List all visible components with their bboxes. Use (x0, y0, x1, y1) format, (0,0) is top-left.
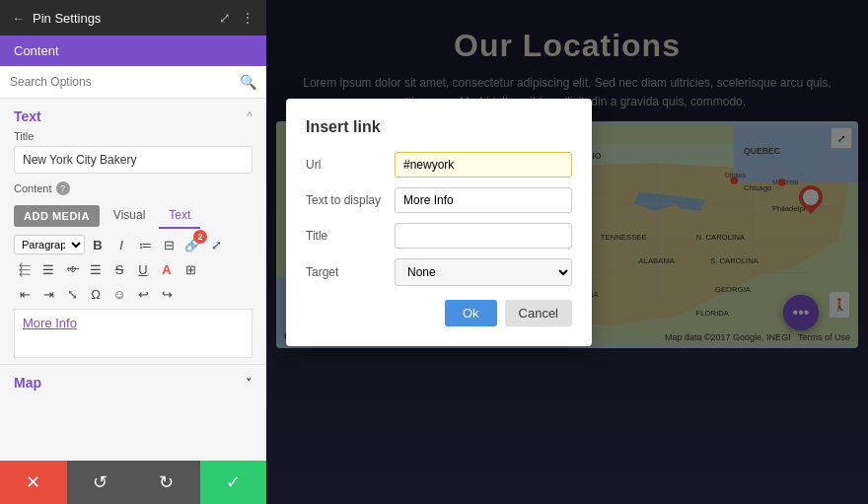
undo-button[interactable]: ↩ (132, 283, 154, 305)
url-label: Url (306, 158, 395, 172)
text-section-header: Text ^ (0, 99, 266, 130)
confirm-button[interactable]: ✓ (200, 461, 267, 504)
menu-icon[interactable]: ⋮ (241, 10, 254, 26)
title-field-label: Title (306, 229, 395, 243)
fullscreen-button[interactable]: ⤡ (61, 283, 83, 305)
redo-button[interactable]: ↪ (156, 283, 178, 305)
color-button[interactable]: A (156, 258, 178, 280)
modal-title: Insert link (306, 118, 572, 136)
modal-cancel-button[interactable]: Cancel (505, 300, 572, 326)
title-field-group: Title (0, 130, 266, 181)
text-display-label: Text to display (306, 193, 395, 207)
text-section-chevron[interactable]: ^ (247, 109, 253, 123)
editor-toolbar: ADD MEDIA Visual Text Paragraph B I ≔ ⊟ … (0, 199, 266, 309)
expand-button[interactable]: ⤢ (205, 234, 227, 255)
modal-actions: Ok Cancel (306, 300, 572, 326)
header-icons: ⤢ ⋮ (219, 10, 254, 26)
search-icon: 🔍 (240, 74, 256, 90)
title-label: Title (14, 130, 253, 142)
special-char-button[interactable]: Ω (85, 283, 107, 305)
italic-button[interactable]: I (110, 234, 132, 255)
add-media-button[interactable]: ADD MEDIA (14, 205, 100, 227)
toolbar-row1: ADD MEDIA Visual Text (14, 203, 253, 229)
left-panel: ← Pin Settings ⤢ ⋮ Content 🔍 Text ^ Titl… (0, 0, 266, 504)
map-section-chevron[interactable]: ˅ (246, 376, 253, 391)
title-field-input[interactable] (395, 223, 572, 249)
emoji-button[interactable]: ☺ (108, 283, 130, 305)
content-help-icon[interactable]: ? (56, 181, 70, 195)
ordered-list-button[interactable]: ⊟ (158, 234, 180, 255)
map-section-title: Map (14, 375, 41, 391)
url-field-row: Url (306, 152, 572, 178)
unordered-list-button[interactable]: ≔ (134, 234, 156, 255)
insert-link-button[interactable]: 🔗 2 (181, 234, 203, 255)
bold-button[interactable]: B (87, 234, 108, 255)
insert-link-modal: Insert link Url Text to display Title Ta… (286, 99, 592, 346)
align-center-button[interactable]: ☰ (37, 258, 59, 280)
align-right-button[interactable]: ⬲ (61, 258, 83, 280)
toolbar-row2: Paragraph B I ≔ ⊟ 🔗 2 ⤢ (14, 234, 253, 255)
content-tab[interactable]: Content (0, 36, 266, 66)
content-label-row: Content ? (0, 181, 266, 199)
toolbar-row4: ⇤ ⇥ ⤡ Ω ☺ ↩ ↪ (14, 283, 253, 305)
strikethrough-button[interactable]: S (108, 258, 130, 280)
align-justify-button[interactable]: ☰ (85, 258, 107, 280)
search-bar: 🔍 (0, 66, 266, 99)
content-label: Content (14, 182, 52, 194)
panel-title: Pin Settings (33, 11, 219, 26)
text-display-field-row: Text to display (306, 187, 572, 213)
indent-inc-button[interactable]: ⇥ (37, 283, 59, 305)
modal-overlay: Insert link Url Text to display Title Ta… (266, 0, 868, 504)
editor-link[interactable]: More Info (23, 316, 77, 330)
tab-text-button[interactable]: Text (159, 203, 200, 229)
editor-content[interactable]: More Info (14, 309, 253, 358)
modal-ok-button[interactable]: Ok (445, 300, 497, 326)
undo-button-bottom[interactable]: ↺ (67, 461, 134, 504)
tab-visual-button[interactable]: Visual (104, 203, 155, 229)
search-input[interactable] (10, 75, 240, 89)
paragraph-select[interactable]: Paragraph (14, 235, 85, 254)
underline-button[interactable]: U (132, 258, 154, 280)
target-field-row: Target None _blank _self _parent _top (306, 258, 572, 286)
url-input[interactable] (395, 152, 572, 178)
bottom-bar: ✕ ↺ ↻ ✓ (0, 461, 266, 504)
target-select[interactable]: None _blank _self _parent _top (395, 258, 572, 286)
text-section-title: Text (14, 108, 41, 124)
text-display-input[interactable] (395, 187, 572, 213)
title-field-row: Title (306, 223, 572, 249)
right-area: Our Locations Lorem ipsum dolor sit amet… (266, 0, 868, 504)
expand-icon[interactable]: ⤢ (219, 10, 231, 26)
target-label: Target (306, 265, 395, 279)
indent-dec-button[interactable]: ⇤ (14, 283, 36, 305)
title-input[interactable] (14, 146, 253, 174)
pin-settings-header: ← Pin Settings ⤢ ⋮ (0, 0, 266, 36)
back-icon[interactable]: ← (12, 11, 25, 26)
map-section-header: Map ˅ (0, 364, 266, 396)
table-button[interactable]: ⊞ (180, 258, 201, 280)
align-left-button[interactable]: ⬱ (14, 258, 36, 280)
cancel-button[interactable]: ✕ (0, 461, 67, 504)
toolbar-row3: ⬱ ☰ ⬲ ☰ S U A ⊞ (14, 258, 253, 280)
redo-button-bottom[interactable]: ↻ (133, 461, 200, 504)
